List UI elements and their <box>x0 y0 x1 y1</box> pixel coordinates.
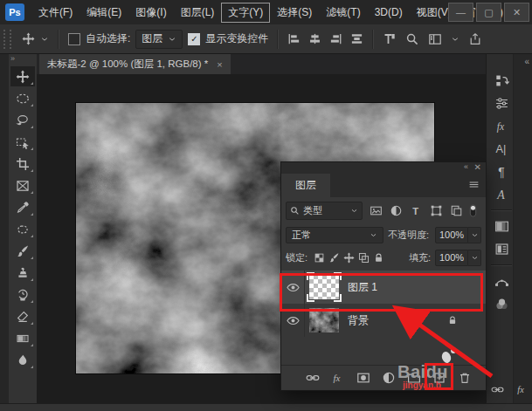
paragraph-icon[interactable]: ¶ <box>494 164 509 179</box>
trash-icon[interactable] <box>458 371 472 385</box>
group-icon[interactable] <box>407 371 421 385</box>
image-filter-icon[interactable] <box>370 204 383 217</box>
annotation-box-layer1 <box>280 273 483 312</box>
separator <box>277 30 279 49</box>
spot-healing-tool[interactable] <box>10 219 35 239</box>
menu-文字(Y)[interactable]: 文字(Y) <box>221 3 270 23</box>
auto-select-checkbox[interactable] <box>68 33 80 45</box>
align-right-icon[interactable] <box>329 32 342 45</box>
share-icon[interactable] <box>468 32 482 46</box>
align-center-icon[interactable] <box>308 32 321 45</box>
layer-thumbnail-clouds[interactable] <box>309 308 339 332</box>
workspace-icon[interactable] <box>428 32 442 46</box>
lock-artboard-icon[interactable] <box>358 252 370 264</box>
chevron-down-icon[interactable] <box>451 35 459 44</box>
auto-select-target-dropdown[interactable]: 图层 <box>135 30 183 49</box>
adjustments-icon[interactable] <box>494 96 509 111</box>
fx-icon[interactable]: fx <box>494 119 509 134</box>
gradient-tool[interactable] <box>10 328 35 348</box>
paths-icon[interactable] <box>494 274 509 289</box>
link-icon[interactable] <box>491 383 504 396</box>
mask-icon[interactable] <box>356 371 370 385</box>
toolbar-expand-chevron[interactable]: » <box>9 54 15 65</box>
opacity-field[interactable]: 100% <box>435 227 481 243</box>
adjustment-layer-icon[interactable] <box>382 371 396 385</box>
fx-icon[interactable]: fx <box>515 383 529 396</box>
menu-选择(S)[interactable]: 选择(S) <box>270 3 319 23</box>
eraser-tool[interactable] <box>10 306 35 326</box>
options-grip <box>3 30 11 49</box>
show-transform-checkbox[interactable]: ✓ <box>188 33 200 45</box>
minimize-button[interactable]: — <box>448 3 473 22</box>
lock-all-icon[interactable] <box>373 252 384 264</box>
clone-stamp-tool[interactable] <box>10 263 35 283</box>
panel-close-icon[interactable]: ✕ <box>474 162 481 172</box>
fill-field[interactable]: 100% <box>435 250 481 266</box>
window-bottom-strip <box>0 403 532 411</box>
menu-编辑(E)[interactable]: 编辑(E) <box>79 3 128 23</box>
frame-tool[interactable] <box>10 175 35 195</box>
distribute-icon[interactable] <box>350 32 363 45</box>
svg-text:T: T <box>412 205 418 216</box>
adjustment-layer-icon[interactable] <box>390 204 403 217</box>
character-icon[interactable]: A| <box>494 141 509 156</box>
layer-name[interactable]: 背景 <box>348 313 369 328</box>
dock-band <box>513 54 532 403</box>
glyphs-icon[interactable]: A <box>494 187 509 202</box>
layers-panel-header: « ✕ <box>281 162 486 174</box>
link-icon[interactable] <box>306 371 320 385</box>
smart-object-filter-icon[interactable] <box>450 204 463 217</box>
panel-menu-icon[interactable] <box>468 179 480 190</box>
marquee-tool[interactable] <box>10 88 35 108</box>
document-tabbar: 未标题-2 @ 100% (图层 1, RGB/8) * × <box>37 54 486 75</box>
libraries-icon[interactable] <box>494 242 509 257</box>
divider <box>491 264 512 266</box>
maximize-button[interactable]: ▢ <box>476 3 501 22</box>
window-controls: — ▢ ✕ <box>448 3 529 22</box>
menu-滤镜(T)[interactable]: 滤镜(T) <box>319 3 367 23</box>
text-filter-icon[interactable]: T <box>410 204 423 217</box>
close-button[interactable]: ✕ <box>504 3 529 22</box>
blend-mode-dropdown[interactable]: 正常 <box>286 227 383 243</box>
menu-图层(L)[interactable]: 图层(L) <box>174 3 222 23</box>
document-tab-title: 未标题-2 @ 100% (图层 1, RGB/8) * <box>47 58 208 71</box>
document-tab[interactable]: 未标题-2 @ 100% (图层 1, RGB/8) * × <box>39 54 231 74</box>
tab-close-icon[interactable]: × <box>217 59 222 70</box>
crop-tool[interactable] <box>10 154 35 174</box>
chevron-down-icon <box>168 35 176 44</box>
object-selection-tool[interactable] <box>10 132 35 152</box>
spot-healing-tool-icon <box>16 223 30 236</box>
fx-icon[interactable]: fx <box>331 371 345 385</box>
chevron-down-icon[interactable] <box>40 35 49 44</box>
svg-text:fx: fx <box>496 121 504 133</box>
dock-collapse-chevron[interactable]: « <box>524 57 529 66</box>
visibility-eye-icon[interactable] <box>287 314 300 327</box>
history-icon[interactable] <box>494 73 509 88</box>
brush-tool[interactable] <box>10 241 35 261</box>
filter-type-dropdown[interactable]: 类型 <box>286 202 363 220</box>
lock-pixels-icon[interactable] <box>328 252 340 264</box>
gradient-swatch-icon[interactable] <box>494 219 509 234</box>
menu-文件(F)[interactable]: 文件(F) <box>31 3 79 23</box>
lock-position-icon[interactable] <box>343 252 355 264</box>
history-brush-tool[interactable] <box>10 284 35 305</box>
pin-icon[interactable] <box>383 32 397 46</box>
menu-3D(D)[interactable]: 3D(D) <box>368 3 410 21</box>
move-tool[interactable] <box>10 66 35 86</box>
panel-collapse-icon[interactable]: « <box>464 162 468 171</box>
fill-label: 填充: <box>409 251 431 264</box>
lasso-tool[interactable] <box>10 110 35 130</box>
lock-transparency-icon[interactable] <box>314 252 325 264</box>
lock-icon <box>447 315 458 325</box>
shape-filter-icon[interactable] <box>430 204 443 217</box>
tab-layers[interactable]: 图层 <box>281 174 330 197</box>
brush-tool-icon <box>16 244 30 258</box>
menu-图像(I)[interactable]: 图像(I) <box>128 3 173 23</box>
align-left-icon[interactable] <box>287 32 301 45</box>
smudge-tool[interactable] <box>10 350 35 370</box>
eyedropper-tool[interactable] <box>10 197 35 217</box>
filter-toggle-icon[interactable] <box>466 204 480 217</box>
chevron-down-icon <box>370 231 377 239</box>
zoom-icon[interactable] <box>405 32 419 46</box>
color-icon[interactable] <box>494 297 509 312</box>
